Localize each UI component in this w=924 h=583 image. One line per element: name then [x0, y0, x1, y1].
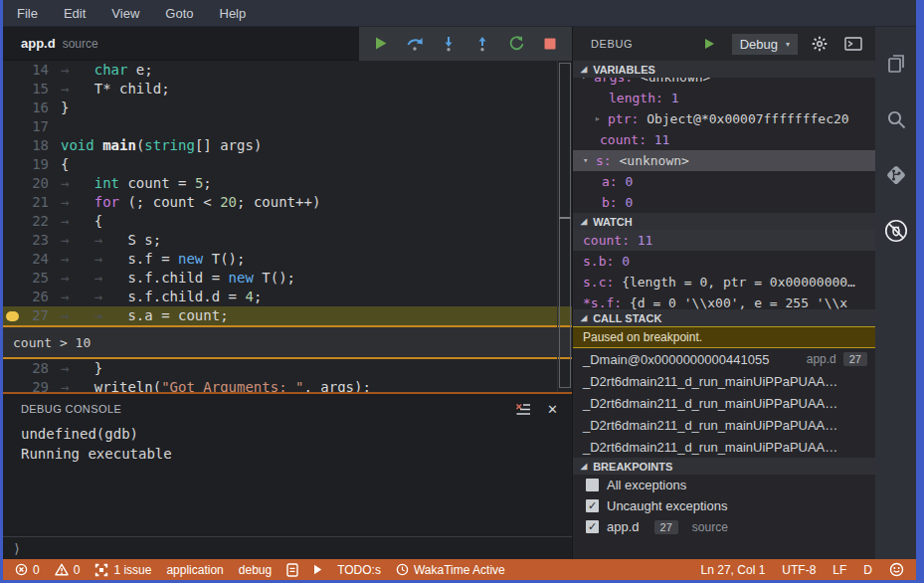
gutter-space[interactable]: [3, 378, 21, 392]
debug-icon[interactable]: [883, 218, 909, 244]
restart-button[interactable]: [504, 32, 528, 56]
breakpoint-checkbox[interactable]: [586, 479, 599, 491]
gear-icon[interactable]: [808, 32, 832, 56]
menu-item-file[interactable]: File: [17, 6, 38, 21]
call-stack-frame[interactable]: _Dmain@0x0000000000441055app.d27: [573, 348, 875, 370]
watch-section-header[interactable]: ◢ WATCH: [573, 213, 875, 230]
variable-row[interactable]: ▾s: <unknown>: [573, 150, 875, 171]
variable-row[interactable]: s.b: 0: [573, 251, 875, 272]
source-control-icon[interactable]: [883, 162, 909, 188]
breakpoint-condition-widget[interactable]: count > 10: [3, 325, 572, 359]
scrollbar-handle[interactable]: [559, 63, 571, 388]
continue-button[interactable]: [369, 32, 393, 56]
debug-config-dropdown[interactable]: Debug ▾: [732, 34, 798, 55]
breakpoints-section-header[interactable]: ◢ BREAKPOINTS: [573, 458, 875, 475]
step-over-button[interactable]: [403, 32, 427, 56]
stop-button[interactable]: [538, 32, 562, 56]
variable-row[interactable]: a: 0: [573, 171, 875, 192]
gutter-space[interactable]: [3, 288, 21, 306]
status-item-application[interactable]: application: [166, 563, 223, 577]
status-item-wakatime-active[interactable]: WakaTime Active: [396, 563, 505, 577]
open-console-icon[interactable]: [841, 32, 865, 56]
status-item-debug[interactable]: debug: [239, 563, 272, 577]
gutter-space[interactable]: [3, 359, 21, 378]
gutter-space[interactable]: [3, 212, 21, 231]
code-editor[interactable]: 14→ char e;15→ T* child;16}1718void main…: [3, 61, 572, 392]
status-item-ln-27-col-1[interactable]: Ln 27, Col 1: [701, 563, 766, 577]
breakpoint-item[interactable]: ✓Uncaught exceptions: [573, 495, 875, 516]
code-line[interactable]: 23→ → S s;: [3, 231, 572, 250]
code-line[interactable]: 29→ writeln("Got Arguments: ", args);: [3, 378, 572, 392]
status-item-smiley[interactable]: [889, 562, 904, 577]
menu-item-edit[interactable]: Edit: [64, 6, 86, 21]
gutter-space[interactable]: [3, 80, 21, 98]
gutter-space[interactable]: [3, 193, 21, 212]
debug-console-input[interactable]: ⟩: [3, 536, 572, 559]
variable-row[interactable]: ▾args: <unknown>: [573, 78, 875, 88]
variable-row[interactable]: count: 11: [573, 129, 875, 150]
gutter-space[interactable]: [3, 61, 21, 80]
code-line[interactable]: 19{: [3, 155, 572, 174]
editor-scrollbar[interactable]: [557, 61, 572, 392]
gutter-space[interactable]: [3, 174, 21, 193]
status-item-todo-s[interactable]: TODO:s: [337, 563, 381, 577]
status-item-play[interactable]: [313, 564, 322, 575]
status-item-utf-8[interactable]: UTF-8: [782, 563, 816, 577]
status-item-0[interactable]: 0: [55, 563, 81, 577]
code-line[interactable]: 15→ T* child;: [3, 80, 572, 98]
twistie-icon[interactable]: ▹: [595, 108, 608, 129]
twistie-icon[interactable]: ▾: [583, 150, 596, 171]
code-line[interactable]: 24→ → s.f = new T();: [3, 250, 572, 269]
clear-console-icon[interactable]: [515, 401, 531, 417]
status-item-0[interactable]: 0: [15, 563, 40, 577]
call-stack-frame[interactable]: _D2rt6dmain211_d_run_mainUiPPaPUAA…: [573, 436, 875, 458]
code-line[interactable]: 18void main(string[] args): [3, 136, 572, 155]
gutter-space[interactable]: [3, 98, 21, 117]
variables-section-header[interactable]: ◢ VARIABLES: [573, 61, 875, 78]
call-stack-section-header[interactable]: ◢ CALL STACK: [573, 309, 875, 326]
menu-item-help[interactable]: Help: [220, 6, 247, 21]
breakpoint-item[interactable]: ✓app.d27source: [573, 516, 875, 537]
code-line[interactable]: 14→ char e;: [3, 61, 572, 80]
code-line[interactable]: 17: [3, 117, 572, 136]
variable-row[interactable]: length: 1: [573, 88, 875, 108]
breakpoint-checkbox[interactable]: ✓: [586, 499, 599, 512]
step-out-button[interactable]: [470, 32, 494, 56]
gutter-space[interactable]: [3, 269, 21, 288]
gutter-space[interactable]: [3, 117, 21, 136]
close-console-icon[interactable]: ✕: [547, 403, 558, 416]
gutter-space[interactable]: [3, 155, 21, 174]
variable-row[interactable]: count: 11: [573, 230, 875, 251]
menu-item-goto[interactable]: Goto: [165, 6, 193, 21]
search-icon[interactable]: [883, 106, 909, 132]
status-item-lf[interactable]: LF: [832, 563, 846, 577]
status-item-1-issue[interactable]: 1 issue: [94, 563, 151, 577]
code-line[interactable]: 27→ → s.a = count;: [3, 306, 572, 325]
call-stack-frame[interactable]: _D2rt6dmain211_d_run_mainUiPPaPUAA…: [573, 414, 875, 436]
variable-row[interactable]: ▹ptr: Object@*0x00007fffffffec20: [573, 108, 875, 129]
code-line[interactable]: 16}: [3, 98, 572, 117]
call-stack-frame[interactable]: _D2rt6dmain211_d_run_mainUiPPaPUAA…: [573, 370, 875, 392]
status-item-d[interactable]: D: [863, 563, 872, 577]
gutter-space[interactable]: [3, 250, 21, 269]
menu-item-view[interactable]: View: [111, 6, 139, 21]
code-line[interactable]: 25→ → s.f.child = new T();: [3, 269, 572, 288]
variable-row[interactable]: b: 0: [573, 192, 875, 213]
status-item-doc[interactable]: [286, 563, 298, 577]
variable-row[interactable]: s.c: {length = 0, ptr = 0x00000000…: [573, 272, 875, 292]
code-line[interactable]: 20→ int count = 5;: [3, 174, 572, 193]
call-stack-frame[interactable]: _D2rt6dmain211_d_run_mainUiPPaPUAA…: [573, 392, 875, 414]
breakpoint-checkbox[interactable]: ✓: [586, 520, 599, 533]
step-into-button[interactable]: [437, 32, 461, 56]
twistie-icon[interactable]: ▾: [581, 78, 594, 88]
files-icon[interactable]: [883, 51, 909, 77]
breakpoint-item[interactable]: All exceptions: [573, 475, 875, 495]
code-line[interactable]: 26→ → s.f.child.d = 4;: [3, 288, 572, 306]
gutter-space[interactable]: [3, 231, 21, 250]
code-line[interactable]: 21→ for (; count < 20; count++): [3, 193, 572, 212]
tab-app-d[interactable]: app.d source: [3, 27, 116, 60]
gutter-space[interactable]: [3, 136, 21, 155]
breakpoint-indicator[interactable]: [3, 306, 21, 325]
code-line[interactable]: 22→ {: [3, 212, 572, 231]
start-debug-icon[interactable]: [698, 32, 722, 56]
